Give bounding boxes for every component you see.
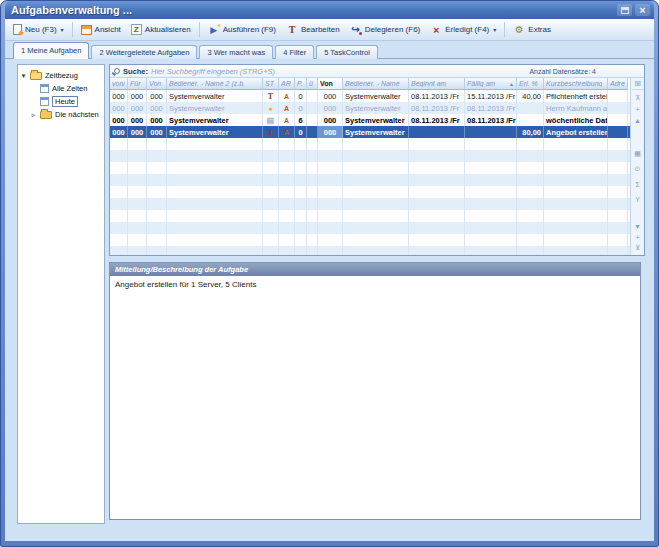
empty-cell: [544, 162, 608, 174]
toolbar-button-aktualisieren[interactable]: ZAktualisieren: [126, 21, 196, 38]
column-header-von3[interactable]: Von: [318, 78, 343, 90]
grid-table: von/FürVonBediener. - Name 2 (z.b.STARP.…: [110, 78, 630, 255]
filter-icon[interactable]: Y: [632, 194, 644, 204]
scroll-top-icon[interactable]: ⊼: [632, 93, 644, 103]
tab-5-taskcontrol[interactable]: 5 TaskControl: [316, 45, 378, 59]
empty-cell: [110, 162, 128, 174]
search-input[interactable]: [151, 67, 526, 76]
column-chooser-icon[interactable]: ⊞: [632, 78, 644, 90]
priority-icon: A: [284, 104, 289, 113]
sum-icon[interactable]: Σ: [632, 179, 644, 189]
column-header-p[interactable]: P.: [295, 78, 307, 90]
close-button[interactable]: ×: [635, 4, 650, 16]
empty-row[interactable]: [110, 174, 630, 186]
column-header-st[interactable]: ST: [263, 78, 279, 90]
page-up-icon[interactable]: +: [632, 104, 644, 114]
tree-node-die-naechsten[interactable]: ▹ Die nächsten: [20, 108, 102, 121]
column-header-kurz[interactable]: Kurzbeschreibung: [544, 78, 608, 90]
column-header-beginnt[interactable]: Beginnt am: [409, 78, 465, 90]
toolbar-button-neu-f3[interactable]: Neu (F3)▾: [8, 21, 69, 38]
empty-cell: [295, 222, 307, 234]
empty-row[interactable]: [110, 234, 630, 246]
cell-ar: A: [279, 126, 295, 138]
empty-row[interactable]: [110, 210, 630, 222]
message-panel-body[interactable]: Angebot erstellen für 1 Server, 5 Client…: [110, 276, 640, 519]
folder-icon: [40, 111, 52, 119]
empty-cell: [409, 186, 465, 198]
table-row[interactable]: 000000000Systemverwalter▤A6000Systemverw…: [110, 114, 630, 126]
toolbar-button-ausführen-f9[interactable]: ▶Ausführen (F9): [203, 21, 281, 39]
empty-cell: [147, 174, 167, 186]
column-header-label: Von: [320, 80, 333, 87]
empty-cell: [544, 138, 608, 150]
empty-cell: [465, 198, 517, 210]
app-window: Aufgabenverwaltung ... × Neu (F3)▾Ansich…: [0, 0, 659, 547]
empty-cell: [128, 162, 147, 174]
tab-strip: 1 Meine Aufgaben2 Weitergeleitete Aufgab…: [5, 41, 654, 59]
restore-button[interactable]: [617, 4, 632, 16]
expander-open-icon[interactable]: ▾: [20, 72, 27, 80]
tab-2-weitergeleitete-aufgaben[interactable]: 2 Weitergeleitete Aufgaben: [91, 45, 197, 59]
empty-row[interactable]: [110, 162, 630, 174]
column-header-von2[interactable]: Von: [147, 78, 167, 90]
toolbar-button-ansicht[interactable]: Ansicht: [76, 22, 126, 38]
toolbar-button-label: Bearbeiten: [301, 25, 340, 34]
column-header-adres[interactable]: Adres: [608, 78, 628, 90]
cell-ue: [307, 126, 318, 138]
column-header-erl[interactable]: Erl. %: [517, 78, 544, 90]
empty-row[interactable]: [110, 138, 630, 150]
empty-row[interactable]: [110, 246, 630, 255]
empty-cell: [409, 150, 465, 162]
column-header-ue[interactable]: ü: [307, 78, 318, 90]
column-header-ar[interactable]: AR: [279, 78, 295, 90]
tree-node-zeitbezug[interactable]: ▾ Zeitbezug: [20, 69, 102, 82]
column-header-von1[interactable]: von/: [110, 78, 128, 90]
dropdown-icon[interactable]: ▾: [493, 26, 496, 33]
table-row[interactable]: 000000000Systemverwalter●A0000Systemverw…: [110, 102, 630, 114]
column-header-label: Kurzbeschreibung: [546, 80, 602, 87]
table-row[interactable]: 000000000SystemverwalterTA0000Systemverw…: [110, 126, 630, 138]
column-header-label: Für: [130, 80, 141, 87]
empty-cell: [318, 186, 343, 198]
toolbar-button-bearbeiten[interactable]: TBearbeiten: [281, 21, 345, 39]
empty-row[interactable]: [110, 150, 630, 162]
dropdown-icon[interactable]: ▾: [61, 26, 64, 33]
expander-closed-icon[interactable]: ▹: [30, 111, 37, 119]
empty-cell: [167, 210, 263, 222]
empty-cell: [409, 210, 465, 222]
column-header-name2[interactable]: Bediener. - Name 2 (z.b.: [167, 78, 263, 90]
scroll-bottom-icon[interactable]: ⊻: [632, 243, 644, 253]
cell-fuer: 000: [128, 126, 147, 138]
empty-cell: [147, 138, 167, 150]
column-header-fuer[interactable]: Für: [128, 78, 147, 90]
toolbar-button-extras[interactable]: ⚙Extras: [508, 21, 556, 39]
toolbar-button-delegieren-f6[interactable]: ↪Delegieren (F6): [345, 21, 426, 39]
tree-node-heute[interactable]: Heute: [20, 95, 102, 108]
empty-cell: [263, 222, 279, 234]
empty-cell: [128, 150, 147, 162]
tab-3-wer-macht-was[interactable]: 3 Wer macht was: [199, 45, 273, 59]
tab-4-filter[interactable]: 4 Filter: [275, 45, 314, 59]
row-up-icon[interactable]: ▲: [632, 115, 644, 125]
empty-cell: [167, 186, 263, 198]
empty-row[interactable]: [110, 198, 630, 210]
titlebar[interactable]: Aufgabenverwaltung ... ×: [5, 1, 654, 19]
empty-row[interactable]: [110, 186, 630, 198]
toolbar-button-erledigt-f4[interactable]: ×Erledigt (F4)▾: [425, 21, 501, 39]
cell-beginnt: 08.11.2013 /Fr: [409, 114, 465, 126]
empty-cell: [295, 246, 307, 255]
column-header-label: Von: [149, 80, 161, 87]
search-icon[interactable]: ⊙: [632, 164, 644, 174]
tab-1-meine-aufgaben[interactable]: 1 Meine Aufgaben: [13, 42, 89, 59]
columns-icon[interactable]: ▦: [632, 149, 644, 159]
table-row[interactable]: 000000000SystemverwalterTA0000Systemverw…: [110, 90, 630, 102]
tree-node-alle-zeiten[interactable]: Alle Zeiten: [20, 82, 102, 95]
empty-cell: [110, 198, 128, 210]
priority-icon: A: [284, 116, 289, 125]
empty-cell: [307, 150, 318, 162]
row-down-icon[interactable]: ▼: [632, 221, 644, 231]
page-down-icon[interactable]: +: [632, 232, 644, 242]
empty-row[interactable]: [110, 222, 630, 234]
column-header-name[interactable]: Bediener. - Name: [343, 78, 409, 90]
column-header-faellig[interactable]: Fällig am▲: [465, 78, 517, 90]
